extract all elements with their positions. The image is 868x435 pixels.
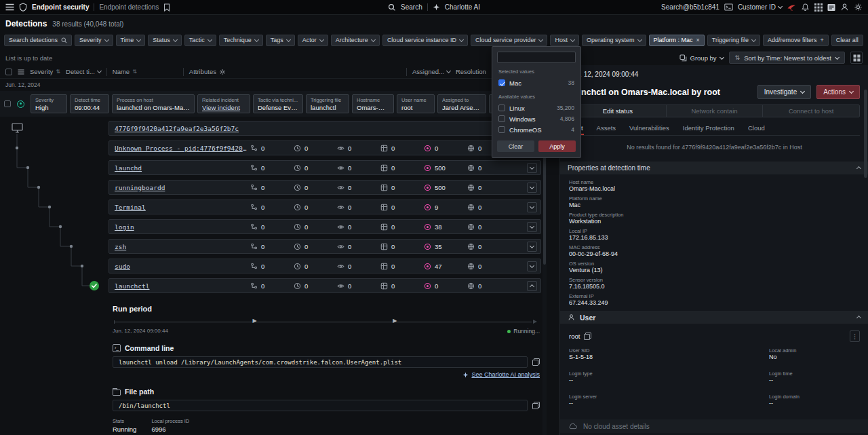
- filter-pill-cloud-service-provider[interactable]: Cloud service provider: [471, 35, 548, 46]
- charlotte-ai-icon[interactable]: [433, 3, 440, 11]
- option-checkbox[interactable]: [498, 126, 505, 133]
- process-row-sudo[interactable]: sudo0000470: [108, 259, 541, 273]
- command-line-value[interactable]: launchctl unload /Library/LaunchAgents/c…: [113, 356, 528, 368]
- user-profile-icon[interactable]: [840, 3, 849, 12]
- process-name-link[interactable]: zsh: [115, 243, 250, 250]
- falcon-logo-icon[interactable]: [787, 3, 796, 12]
- process-name-link[interactable]: runningboardd: [115, 184, 250, 191]
- file-path-value[interactable]: /bin/launchctl: [113, 400, 528, 411]
- filter-pill-platform-mac-active[interactable]: Platform : Mac×: [649, 35, 705, 46]
- filter-pill-time[interactable]: Time: [116, 35, 146, 46]
- process-name-link[interactable]: launchd: [115, 164, 250, 172]
- option-checkbox[interactable]: [498, 79, 505, 86]
- column-assigned[interactable]: Assigned...: [412, 68, 450, 75]
- tab-vulnerabilities[interactable]: Vulnerabilities: [629, 123, 670, 135]
- timeline-event-marker[interactable]: ▶: [393, 318, 397, 324]
- actions-button[interactable]: Actions: [816, 85, 860, 99]
- filter-pill-tactic[interactable]: Tactic: [184, 35, 216, 46]
- filter-pill-triggering-file[interactable]: Triggering file: [707, 35, 760, 46]
- dropdown-search-input[interactable]: [497, 52, 576, 63]
- tab-identity-protection[interactable]: Identity Protection: [682, 123, 735, 135]
- expand-row-button[interactable]: [527, 242, 537, 252]
- filter-pill-technique[interactable]: Technique: [219, 35, 263, 46]
- process-row-unknown-process[interactable]: Unknown_Process - pid:4776f9f9420a412fa9…: [108, 140, 541, 155]
- expand-row-button[interactable]: [527, 163, 537, 173]
- sort-control[interactable]: ⇅Sort by Time: Newest to oldest: [729, 52, 845, 64]
- breadcrumb[interactable]: Endpoint detections: [99, 3, 159, 11]
- filter-pill-operating-system[interactable]: Operating system: [582, 35, 646, 46]
- column-attributes[interactable]: Attributes: [189, 68, 226, 75]
- platform-option-linux[interactable]: Linux35,200: [497, 102, 576, 113]
- row-checkbox[interactable]: [4, 100, 11, 107]
- charlotte-ai-link[interactable]: Charlotte AI: [445, 3, 480, 11]
- detection-summary-row[interactable]: SeverityHighDetect time09:00:44Process o…: [0, 91, 538, 117]
- filter-pill-host[interactable]: Host: [550, 35, 579, 46]
- view-incident-link[interactable]: View incident: [202, 104, 245, 111]
- process-row-hash[interactable]: 4776f9f9420a412fa9eaf2e3a56f2b7c: [108, 121, 541, 136]
- action-edit-status[interactable]: Edit status: [570, 105, 667, 117]
- release-notes-icon[interactable]: [827, 3, 835, 12]
- platform-option-mac[interactable]: Mac38: [497, 77, 576, 88]
- expand-row-button[interactable]: [527, 261, 537, 271]
- filter-pill-cloud-service-instance-id[interactable]: Cloud service instance ID: [382, 35, 468, 46]
- process-row-runningboardd[interactable]: runningboardd00005000: [108, 180, 541, 195]
- apps-grid-icon[interactable]: [814, 3, 823, 12]
- summary-cell-triggering-file[interactable]: Triggering filelaunchctl: [306, 94, 349, 113]
- expand-row-button[interactable]: [527, 183, 537, 193]
- process-row-launchd[interactable]: launchd00005000: [108, 160, 541, 175]
- run-period-timeline[interactable]: ▶ ▶: [113, 320, 537, 325]
- collapse-row-button[interactable]: [527, 281, 537, 291]
- user-section-header[interactable]: User: [560, 311, 868, 324]
- host-search-entry[interactable]: Search@b5b1c841: [661, 3, 719, 11]
- timeline-event-marker[interactable]: ▶: [253, 318, 257, 324]
- process-hash-link[interactable]: 4776f9f9420a412fa9eaf2e3a56f2b7c: [115, 125, 537, 132]
- remove-filter-icon[interactable]: ×: [696, 37, 700, 43]
- tab-assets[interactable]: Assets: [596, 123, 617, 135]
- column-name[interactable]: Name⇅: [113, 68, 178, 75]
- bookmark-icon[interactable]: [163, 3, 170, 12]
- option-checkbox[interactable]: [498, 105, 505, 111]
- filter-pill-severity[interactable]: Severity: [75, 35, 113, 46]
- global-search-link[interactable]: Search: [401, 3, 422, 11]
- column-severity[interactable]: Severity⇅: [30, 68, 60, 75]
- column-resolution[interactable]: Resolution: [456, 68, 486, 75]
- summary-cell-detect-time[interactable]: Detect time09:00:44: [70, 94, 109, 113]
- process-row-zsh[interactable]: zsh0000350: [108, 239, 541, 254]
- copy-user-button[interactable]: [584, 333, 591, 340]
- tab-cloud[interactable]: Cloud: [747, 123, 766, 135]
- properties-section-header[interactable]: Properties at detection time: [560, 162, 868, 174]
- process-row-launchctl[interactable]: launchctl000000: [108, 278, 541, 293]
- group-by-control[interactable]: Group by: [679, 54, 724, 62]
- menu-icon[interactable]: [5, 3, 14, 11]
- process-row-terminal[interactable]: Terminal000090: [108, 200, 541, 214]
- clear-button[interactable]: Clear: [497, 140, 534, 152]
- process-name-link[interactable]: launchctl: [115, 282, 250, 290]
- customer-id-menu[interactable]: Customer ID: [738, 3, 782, 11]
- investigate-button[interactable]: Investigate: [757, 85, 811, 99]
- select-all-checkbox[interactable]: [5, 69, 12, 75]
- app-title[interactable]: Endpoint security: [32, 3, 89, 11]
- view-toggle-button[interactable]: [850, 52, 863, 64]
- option-checkbox[interactable]: [498, 115, 505, 122]
- charlotte-analysis-link[interactable]: See Charlotte AI analysis: [471, 371, 540, 378]
- filter-pill-architecture[interactable]: Architecture: [331, 35, 380, 46]
- row-menu-icon[interactable]: [18, 69, 24, 75]
- clear-all-filters-button[interactable]: Clear all: [831, 35, 863, 46]
- platform-option-windows[interactable]: Windows4,806: [497, 113, 576, 124]
- summary-cell-tactic-via-techni[interactable]: Tactic via techni...Defense Eva...: [253, 94, 303, 113]
- add-remove-filters-button[interactable]: Add/remove filters+: [763, 35, 829, 46]
- settings-gear-icon[interactable]: [854, 3, 863, 12]
- apply-button[interactable]: Apply: [538, 140, 576, 152]
- filter-pill-actor[interactable]: Actor: [298, 35, 328, 46]
- search-detections-filter[interactable]: Search detections: [4, 35, 72, 46]
- detail-scrollbar-thumb[interactable]: [864, 90, 867, 178]
- copy-command-button[interactable]: [532, 358, 540, 366]
- process-name-link[interactable]: Terminal: [115, 204, 250, 211]
- summary-cell-severity[interactable]: SeverityHigh: [31, 94, 67, 113]
- expand-row-button[interactable]: [527, 202, 537, 212]
- user-menu-button[interactable]: ⋮: [850, 330, 860, 342]
- filter-pill-status[interactable]: Status: [148, 35, 182, 46]
- summary-cell-user-name[interactable]: User nameroot: [397, 94, 435, 113]
- copy-file-path-button[interactable]: [532, 402, 540, 409]
- process-row-login[interactable]: login0000380: [108, 219, 541, 234]
